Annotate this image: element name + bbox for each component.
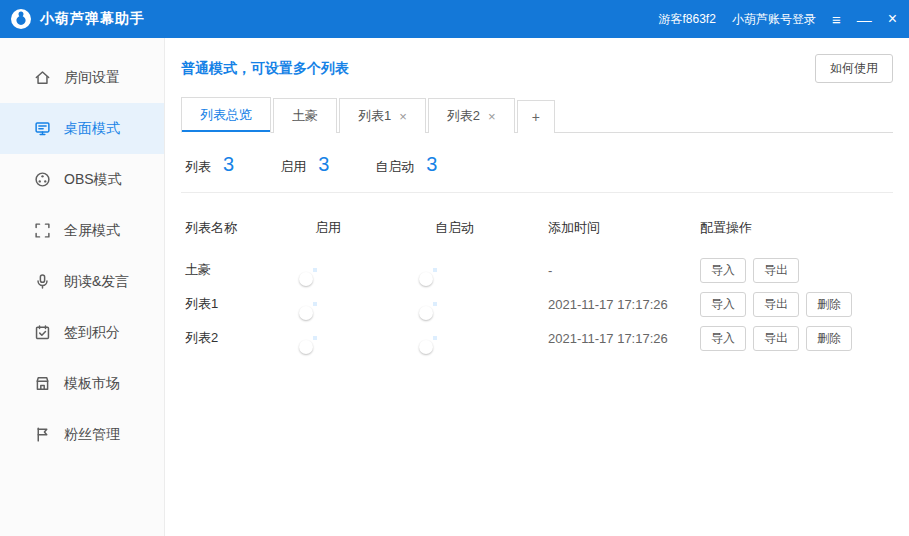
sidebar-item-label: 朗读&发言 — [64, 273, 129, 291]
delete-button[interactable]: 删除 — [806, 326, 852, 351]
plus-icon: + — [532, 109, 540, 125]
app-body: 房间设置 桌面模式 OBS模式 全屏模式 — [0, 38, 909, 536]
stats-bar: 列表 3 启用 3 自启动 3 — [181, 133, 893, 193]
titlebar-right: 游客f863f2 小葫芦账号登录 ≡ — × — [659, 11, 897, 28]
tab-bar: 列表总览 土豪 列表1 × 列表2 × + — [181, 97, 893, 133]
stat-value: 3 — [318, 153, 329, 176]
sidebar-item-label: OBS模式 — [64, 171, 122, 189]
tab-tuhao[interactable]: 土豪 — [273, 98, 337, 133]
guest-user-label[interactable]: 游客f863f2 — [659, 11, 716, 28]
toggle-knob — [299, 272, 313, 286]
sidebar-item-checkin-points[interactable]: 签到积分 — [0, 307, 164, 358]
tab-label: 列表2 — [447, 107, 480, 125]
toggle-knob — [299, 306, 313, 320]
home-icon — [33, 69, 51, 87]
sidebar-item-label: 桌面模式 — [64, 120, 120, 138]
table-row: 列表2 2021-11-17 17:17:26 导入 导出 删除 — [181, 321, 893, 355]
column-header-actions: 配置操作 — [700, 219, 889, 237]
checkin-icon — [33, 324, 51, 342]
tab-close-icon[interactable]: × — [488, 110, 496, 123]
desktop-icon — [33, 120, 51, 138]
mic-icon — [33, 273, 51, 291]
app-logo-icon — [10, 8, 32, 30]
stat-label: 启用 — [280, 158, 306, 176]
toggle-knob — [419, 272, 433, 286]
toggle-knob — [299, 340, 313, 354]
sidebar-item-template-market[interactable]: 模板市场 — [0, 358, 164, 409]
sidebar-item-room-settings[interactable]: 房间设置 — [0, 52, 164, 103]
sidebar-item-fans-management[interactable]: 粉丝管理 — [0, 409, 164, 460]
import-button[interactable]: 导入 — [700, 292, 746, 317]
tab-list2[interactable]: 列表2 × — [428, 98, 515, 133]
delete-button[interactable]: 删除 — [806, 292, 852, 317]
sidebar: 房间设置 桌面模式 OBS模式 全屏模式 — [0, 38, 165, 536]
add-tab-button[interactable]: + — [517, 100, 555, 133]
obs-icon — [33, 171, 51, 189]
titlebar-left: 小葫芦弹幕助手 — [10, 8, 145, 30]
minimize-button[interactable]: — — [857, 12, 872, 27]
fullscreen-icon — [33, 222, 51, 240]
column-header-enabled: 启用 — [315, 219, 435, 237]
close-button[interactable]: × — [888, 11, 897, 27]
stat-label: 列表 — [185, 158, 211, 176]
table-row: 列表1 2021-11-17 17:17:26 导入 导出 删除 — [181, 287, 893, 321]
page-title: 普通模式，可设置多个列表 — [181, 60, 349, 78]
stat-autostart-count: 自启动 3 — [375, 153, 437, 176]
tab-label: 列表总览 — [200, 106, 252, 124]
column-header-name: 列表名称 — [185, 219, 315, 237]
tab-close-icon[interactable]: × — [399, 110, 407, 123]
table-row: 土豪 - 导入 导出 — [181, 253, 893, 287]
tab-label: 土豪 — [292, 107, 318, 125]
list-name: 土豪 — [185, 261, 315, 279]
app-window: 小葫芦弹幕助手 游客f863f2 小葫芦账号登录 ≡ — × 房间设置 桌面模式 — [0, 0, 909, 536]
export-button[interactable]: 导出 — [753, 326, 799, 351]
column-header-autostart: 自启动 — [435, 219, 548, 237]
tab-list-overview[interactable]: 列表总览 — [181, 97, 271, 133]
tab-list1[interactable]: 列表1 × — [339, 98, 426, 133]
sidebar-item-speech[interactable]: 朗读&发言 — [0, 256, 164, 307]
sidebar-item-label: 签到积分 — [64, 324, 120, 342]
stat-list-count: 列表 3 — [185, 153, 234, 176]
titlebar: 小葫芦弹幕助手 游客f863f2 小葫芦账号登录 ≡ — × — [0, 0, 909, 38]
added-time: - — [548, 263, 700, 278]
sidebar-item-label: 模板市场 — [64, 375, 120, 393]
stat-enabled-count: 启用 3 — [280, 153, 329, 176]
added-time: 2021-11-17 17:17:26 — [548, 297, 700, 312]
app-title: 小葫芦弹幕助手 — [40, 10, 145, 28]
added-time: 2021-11-17 17:17:26 — [548, 331, 700, 346]
stat-value: 3 — [426, 153, 437, 176]
menu-icon[interactable]: ≡ — [832, 12, 841, 27]
stat-value: 3 — [223, 153, 234, 176]
export-button[interactable]: 导出 — [753, 292, 799, 317]
main-header: 普通模式，可设置多个列表 如何使用 — [181, 54, 893, 83]
how-to-use-button[interactable]: 如何使用 — [815, 54, 893, 83]
sidebar-item-fullscreen-mode[interactable]: 全屏模式 — [0, 205, 164, 256]
export-button[interactable]: 导出 — [753, 258, 799, 283]
account-login-link[interactable]: 小葫芦账号登录 — [732, 11, 816, 28]
fans-icon — [33, 426, 51, 444]
table-header: 列表名称 启用 自启动 添加时间 配置操作 — [181, 199, 893, 253]
toggle-knob — [419, 306, 433, 320]
tab-label: 列表1 — [358, 107, 391, 125]
sidebar-item-label: 全屏模式 — [64, 222, 120, 240]
list-name: 列表2 — [185, 329, 315, 347]
list-table: 列表名称 启用 自启动 添加时间 配置操作 土豪 - 导入 导出 — [181, 199, 893, 355]
sidebar-item-label: 粉丝管理 — [64, 426, 120, 444]
list-name: 列表1 — [185, 295, 315, 313]
stat-label: 自启动 — [375, 158, 414, 176]
import-button[interactable]: 导入 — [700, 326, 746, 351]
import-button[interactable]: 导入 — [700, 258, 746, 283]
toggle-knob — [419, 340, 433, 354]
market-icon — [33, 375, 51, 393]
column-header-added-time: 添加时间 — [548, 219, 700, 237]
main-content: 普通模式，可设置多个列表 如何使用 列表总览 土豪 列表1 × 列表2 × — [165, 38, 909, 536]
sidebar-item-desktop-mode[interactable]: 桌面模式 — [0, 103, 164, 154]
sidebar-item-obs-mode[interactable]: OBS模式 — [0, 154, 164, 205]
sidebar-item-label: 房间设置 — [64, 69, 120, 87]
